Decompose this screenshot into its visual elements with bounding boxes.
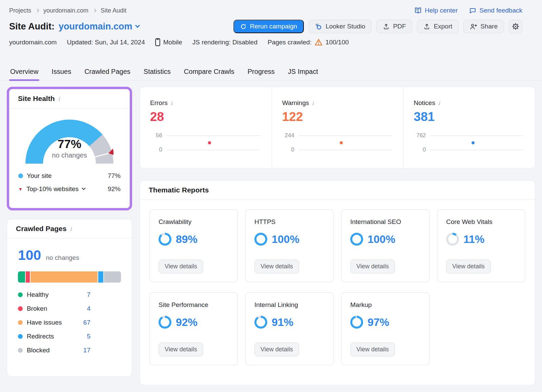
pdf-button[interactable]: PDF <box>376 20 412 33</box>
tab-progress[interactable]: Progress <box>247 64 276 80</box>
view-details-button[interactable]: View details <box>350 343 395 356</box>
tab-crawled-pages[interactable]: Crawled Pages <box>83 64 131 80</box>
legend-your-site: Your site 77% <box>18 172 121 180</box>
report-score: 100% <box>368 233 395 246</box>
donut-chart <box>254 316 267 329</box>
warnings-datapoint[interactable] <box>340 141 343 144</box>
broken-value[interactable]: 4 <box>87 305 90 312</box>
info-icon[interactable]: i <box>70 226 71 232</box>
view-details-button[interactable]: View details <box>254 343 299 356</box>
report-card-internal-linking: Internal Linking 91% View details <box>245 292 334 365</box>
rerun-campaign-label: Rerun campaign <box>250 23 297 30</box>
report-card-site-performance: Site Performance 92% View details <box>149 292 238 365</box>
chevron-down-icon[interactable] <box>82 186 85 190</box>
looker-studio-button[interactable]: Looker Studio <box>309 20 372 33</box>
view-details-button[interactable]: View details <box>446 260 491 273</box>
info-icon[interactable]: i <box>438 100 440 106</box>
donut-chart <box>159 233 171 246</box>
orange-dot-icon <box>18 320 23 325</box>
crawled-pages-title: Crawled Pages <box>16 225 66 233</box>
breadcrumb-site-audit: Site Audit <box>101 7 126 14</box>
report-title: Internal Linking <box>254 301 325 309</box>
tab-compare-crawls[interactable]: Compare Crawls <box>183 64 235 80</box>
feedback-bubble-icon <box>469 7 476 14</box>
warnings-column: Warnings i 122 244 0 <box>272 87 403 168</box>
settings-button[interactable] <box>509 20 522 33</box>
pages-crawled-label: Pages crawled: <box>268 39 312 46</box>
red-triangle-icon: ▼ <box>18 187 23 191</box>
errors-datapoint[interactable] <box>208 141 211 144</box>
legend-blocked: Blocked 17 <box>18 347 90 354</box>
view-details-button[interactable]: View details <box>350 260 395 273</box>
legend-healthy: Healthy 7 <box>18 291 90 298</box>
crawled-delta: no changes <box>46 254 79 262</box>
healthy-label: Healthy <box>27 291 48 298</box>
breadcrumb-domain[interactable]: yourdomain.com <box>43 7 88 14</box>
report-title: Crawlability <box>159 218 229 226</box>
report-title: International SEO <box>350 218 420 226</box>
domain-selector[interactable]: yourdomain.com <box>59 21 139 32</box>
crawled-pages-body: 100 no changes Healthy 7 Broken <box>7 239 132 363</box>
redirects-value[interactable]: 5 <box>87 333 90 340</box>
title-row: Site Audit: yourdomain.com Rerun campaig… <box>9 20 522 33</box>
healthy-value[interactable]: 7 <box>87 291 90 298</box>
export-button[interactable]: Export <box>417 20 459 33</box>
site-health-score: 77% <box>25 137 113 151</box>
bar-segment-blocked[interactable] <box>104 271 121 283</box>
report-score: 92% <box>176 316 197 329</box>
report-title: Core Web Vitals <box>446 218 516 226</box>
mobile-phone-icon <box>155 38 160 46</box>
top-links: Help center Send feedback <box>414 7 522 14</box>
axis-max-label: 244 <box>282 132 294 139</box>
right-column: Errors i 28 56 0 Warnings i 122 <box>140 87 535 385</box>
info-icon[interactable]: i <box>58 96 60 102</box>
gauge-text: 77% no changes <box>25 137 113 159</box>
report-title: Site Performance <box>159 301 229 309</box>
warnings-value[interactable]: 122 <box>282 110 393 124</box>
bar-segment-have-issues[interactable] <box>30 271 98 283</box>
view-details-button[interactable]: View details <box>254 260 299 273</box>
breadcrumb-projects[interactable]: Projects <box>9 7 31 14</box>
axis-max-label: 56 <box>150 132 162 139</box>
chevron-down-icon <box>135 23 140 28</box>
gridline <box>299 136 392 136</box>
help-center-link[interactable]: Help center <box>414 7 458 14</box>
tab-overview[interactable]: Overview <box>9 64 39 80</box>
crawled-pages-card: Crawled Pages i 100 no changes Healthy 7 <box>7 219 132 377</box>
notices-sparkline: 762 0 <box>414 132 525 153</box>
report-title: Markup <box>350 301 420 309</box>
bar-segment-healthy[interactable] <box>18 271 25 283</box>
view-details-button[interactable]: View details <box>159 260 203 273</box>
axis-min-label: 0 <box>414 146 426 153</box>
share-person-icon <box>470 23 477 30</box>
notices-datapoint[interactable] <box>472 141 475 144</box>
bar-segment-broken[interactable] <box>26 271 30 283</box>
blocked-label: Blocked <box>27 347 50 354</box>
errors-value[interactable]: 28 <box>150 110 262 124</box>
rerun-campaign-button[interactable]: Rerun campaign <box>233 20 304 33</box>
legend-top10-websites: ▼ Top-10% websites 92% <box>18 185 121 193</box>
issues-summary-panel: Errors i 28 56 0 Warnings i 122 <box>140 87 535 168</box>
view-details-button[interactable]: View details <box>159 343 203 356</box>
tab-js-impact[interactable]: JS Impact <box>287 64 319 80</box>
send-feedback-link[interactable]: Send feedback <box>469 7 522 14</box>
blocked-value[interactable]: 17 <box>83 347 90 354</box>
tab-issues[interactable]: Issues <box>50 64 72 80</box>
tab-statistics[interactable]: Statistics <box>143 64 172 80</box>
notices-value[interactable]: 381 <box>414 110 525 124</box>
have-issues-value[interactable]: 67 <box>83 319 90 326</box>
site-health-header: Site Health i <box>9 89 130 108</box>
info-icon[interactable]: i <box>171 100 172 106</box>
report-score: 97% <box>368 316 389 329</box>
gear-icon <box>512 23 519 30</box>
donut-chart <box>350 316 363 329</box>
your-site-value: 77% <box>108 172 121 180</box>
thematic-reports-panel: Thematic Reports Crawlability 89% View d… <box>140 180 535 385</box>
info-icon[interactable]: i <box>312 100 314 106</box>
report-card-https: HTTPS 100% View details <box>245 209 334 282</box>
bar-segment-redirects[interactable] <box>98 271 103 283</box>
site-health-gauge: 77% no changes <box>25 120 113 164</box>
report-card-core-web-vitals: Core Web Vitals 11% View details <box>437 209 525 282</box>
looker-studio-label: Looker Studio <box>326 23 365 30</box>
share-button[interactable]: Share <box>463 20 504 33</box>
